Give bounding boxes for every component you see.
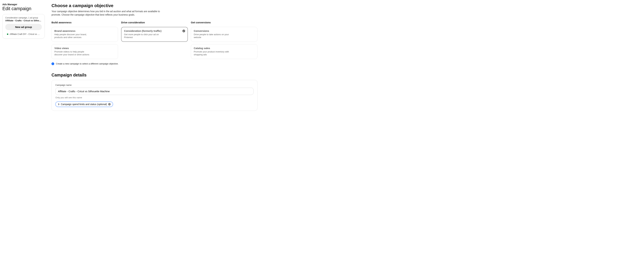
info-icon: i xyxy=(108,103,110,105)
objective-column-awareness: Build awareness Brand awareness Help peo… xyxy=(52,21,118,59)
objective-card-brand-awareness[interactable]: Brand awareness Help people discover you… xyxy=(52,27,118,42)
column-label: Build awareness xyxy=(52,21,118,24)
objective-heading: Choose a campaign objective xyxy=(52,3,258,8)
info-row: i Create a new campaign to select a diff… xyxy=(52,62,258,65)
page-title: Edit campaign xyxy=(2,6,45,11)
campaign-meta: Consideration campaign, 1 ad group xyxy=(5,16,42,19)
objective-card-title: Brand awareness xyxy=(54,29,115,32)
adgroup-item[interactable]: Affiliate Craft DIY - Cricut vs Silh... xyxy=(5,32,42,36)
objective-card-consideration[interactable]: Consideration (formerly traffic) Get mor… xyxy=(121,27,188,42)
objective-card-desc: Promote your product inventory with shop… xyxy=(194,50,231,56)
info-text: Create a new campaign to select a differ… xyxy=(56,62,118,65)
spend-limits-accordion[interactable]: Campaign spend limits and status (option… xyxy=(56,101,113,107)
objective-card-title: Conversions xyxy=(194,29,254,32)
objective-card-desc: Drive people to take actions on your web… xyxy=(194,33,231,39)
objective-card-desc: Get more people to click your ad on Pint… xyxy=(124,33,161,39)
column-label: Drive consideration xyxy=(121,21,188,24)
campaign-name[interactable]: Affiliate - Crafts - Cricut vs Silhouet.… xyxy=(5,19,42,22)
objective-card-title: Consideration (formerly traffic) xyxy=(124,29,185,32)
status-dot-icon xyxy=(7,33,8,35)
details-heading: Campaign details xyxy=(52,73,258,77)
objective-card-desc: Promote videos to help people discover y… xyxy=(54,50,92,56)
breadcrumb: Ads Manager xyxy=(2,3,45,6)
campaign-details-box: Campaign name Only you will see this nam… xyxy=(52,80,258,111)
objective-column-consideration: Drive consideration Consideration (forme… xyxy=(121,21,188,59)
adgroup-name: Affiliate Craft DIY - Cricut vs Silh... xyxy=(10,33,40,35)
column-label: Get conversions xyxy=(191,21,258,24)
objective-lead: Your campaign objective determines how y… xyxy=(52,10,160,16)
chevron-right-icon xyxy=(58,103,60,105)
campaign-name-label: Campaign name xyxy=(56,84,254,86)
new-adgroup-button[interactable]: New ad group xyxy=(5,24,42,30)
campaign-name-helper: Only you will see this name xyxy=(56,96,254,99)
campaign-name-input[interactable] xyxy=(56,88,254,95)
objective-card-conversions[interactable]: Conversions Drive people to take actions… xyxy=(191,27,258,42)
objective-card-catalog-sales[interactable]: Catalog sales Promote your product inven… xyxy=(191,44,258,59)
campaign-card: Consideration campaign, 1 ad group Affil… xyxy=(2,14,45,38)
accordion-label: Campaign spend limits and status (option… xyxy=(61,103,107,106)
objective-card-title: Catalog sales xyxy=(194,47,254,50)
objective-card-desc: Help people discover your brand, product… xyxy=(54,33,92,39)
objective-card-title: Video views xyxy=(54,47,115,50)
objective-columns: Build awareness Brand awareness Help peo… xyxy=(52,21,258,59)
checkmark-icon xyxy=(182,30,185,32)
info-icon: i xyxy=(52,62,54,65)
objective-column-conversions: Get conversions Conversions Drive people… xyxy=(191,21,258,59)
objective-card-video-views[interactable]: Video views Promote videos to help peopl… xyxy=(52,44,118,59)
